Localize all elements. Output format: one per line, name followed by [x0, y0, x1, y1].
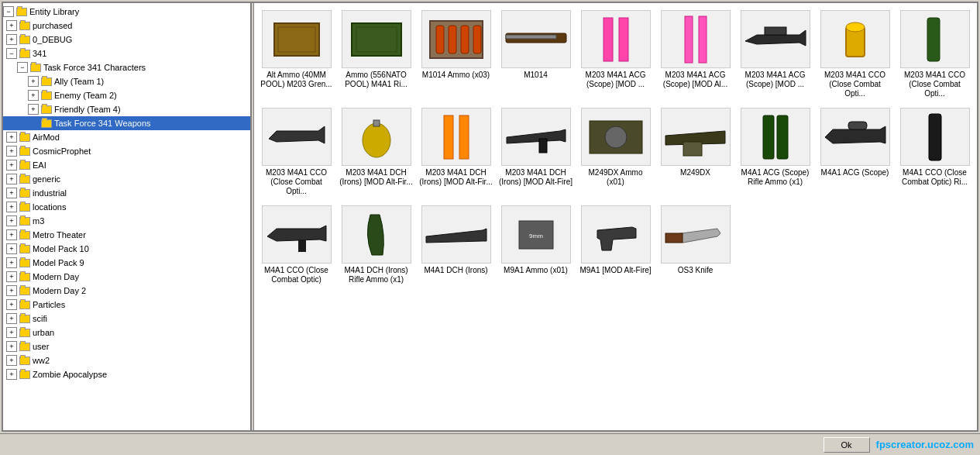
- tree-item-generic[interactable]: +generic: [3, 172, 250, 186]
- tree-item-user[interactable]: +user: [3, 340, 250, 353]
- item-cell-m1014-ammo[interactable]: M1014 Ammo (x03): [417, 6, 495, 102]
- item-image-m1014-ammo: [421, 10, 491, 68]
- tree-item-industrial[interactable]: +industrial: [3, 186, 250, 200]
- tree-toggle-scifi[interactable]: +: [6, 313, 17, 324]
- tree-item-cosmicprophet[interactable]: +CosmicProphet: [3, 144, 250, 158]
- tree-toggle-friendly-team4[interactable]: +: [28, 104, 39, 115]
- item-cell-os3-knife[interactable]: OS3 Knife: [656, 202, 734, 288]
- tree-toggle-generic[interactable]: +: [6, 174, 17, 184]
- item-cell-m203-m4a1-dch-3[interactable]: M203 M4A1 DCH (Irons) [MOD Alt-Fire]: [497, 104, 575, 200]
- tree-toggle-user[interactable]: +: [6, 341, 17, 352]
- entity-library-sidebar[interactable]: −Entity Library+purchased+0_DEBUG−341−Ta…: [3, 3, 251, 430]
- svg-rect-10: [506, 35, 556, 39]
- tree-item-modern-day[interactable]: +Modern Day: [3, 270, 250, 284]
- tree-toggle-industrial[interactable]: +: [6, 188, 17, 198]
- tree-label-airmod: AirMod: [33, 133, 60, 142]
- tree-item-scifi[interactable]: +scifi: [3, 312, 250, 326]
- tree-toggle-model-pack-10[interactable]: +: [6, 243, 17, 254]
- item-label-alt-ammo-40mm: Alt Ammo (40MM POOL) M203 Gren...: [260, 71, 333, 89]
- tree-toggle-model-pack-9[interactable]: +: [6, 257, 17, 268]
- folder-icon-locations: [19, 201, 31, 213]
- item-cell-m4a1-cco-ri[interactable]: M4A1 CCO (Close Combat Optic) Ri...: [896, 104, 974, 200]
- tree-item-eai[interactable]: +EAI: [3, 158, 250, 172]
- tree-toggle-cosmicprophet[interactable]: +: [6, 146, 17, 157]
- folder-icon-user: [19, 340, 31, 353]
- item-cell-ammo-556nato[interactable]: Ammo (556NATO POOL) M4A1 Ri...: [337, 6, 415, 102]
- item-cell-m203-m4a1-cco-1[interactable]: M203 M4A1 CCO (Close Combat Opti...: [816, 6, 894, 102]
- item-cell-m203-m4a1-dch-1[interactable]: M203 M4A1 DCH (Irons) [MOD Alt-Fir...: [337, 104, 415, 200]
- tree-item-zombie-apocalypse[interactable]: +Zombie Apocalypse: [3, 367, 250, 381]
- item-cell-m249dx-ammo[interactable]: M249DX Ammo (x01): [576, 104, 655, 200]
- tree-item-0_debug[interactable]: +0_DEBUG: [3, 33, 250, 47]
- tree-item-urban[interactable]: +urban: [3, 326, 250, 340]
- tree-toggle-entity-library[interactable]: −: [3, 6, 14, 17]
- tree-item-ally-team1[interactable]: +Ally (Team 1): [3, 74, 250, 88]
- folder-icon-task-force-341-weapons: [40, 117, 53, 129]
- tree-item-purchased[interactable]: +purchased: [3, 19, 250, 33]
- tree-toggle-modern-day-2[interactable]: +: [6, 285, 17, 296]
- tree-label-metro-theater: Metro Theater: [33, 230, 86, 240]
- item-cell-m203-m4a1-acg-scope-2[interactable]: M203 M4A1 ACG (Scope) [MOD Al...: [656, 6, 734, 102]
- item-cell-m4a1-acg[interactable]: M4A1 ACG (Scope): [816, 104, 894, 200]
- tree-toggle-m3[interactable]: +: [6, 215, 17, 226]
- tree-item-metro-theater[interactable]: +Metro Theater: [3, 228, 250, 242]
- item-cell-m9a1-mod[interactable]: M9A1 [MOD Alt-Fire]: [576, 202, 655, 288]
- tree-toggle-eai[interactable]: +: [6, 160, 17, 171]
- tree-item-modern-day-2[interactable]: +Modern Day 2: [3, 284, 250, 298]
- item-cell-m4a1-dch-irons[interactable]: M4A1 DCH (Irons): [417, 202, 495, 288]
- tree-toggle-urban[interactable]: +: [6, 327, 17, 338]
- tree-toggle-ww2[interactable]: +: [6, 355, 17, 366]
- tree-toggle-purchased[interactable]: +: [6, 20, 17, 31]
- item-label-m4a1-acg-scope: M4A1 ACG (Scope) Rifle Ammo (x1): [738, 168, 812, 187]
- tree-toggle-enemy-team2[interactable]: +: [28, 90, 39, 101]
- item-cell-m203-m4a1-dch-2[interactable]: M203 M4A1 DCH (Irons) [MOD Alt-Fir...: [417, 104, 495, 200]
- tree-item-entity-library[interactable]: −Entity Library: [3, 5, 250, 19]
- item-cell-m249dx[interactable]: M249DX: [656, 104, 734, 200]
- folder-icon-friendly-team4: [40, 103, 53, 115]
- item-cell-m9a1-ammo[interactable]: 9mmM9A1 Ammo (x01): [497, 202, 575, 288]
- folder-icon-enemy-team2: [40, 89, 53, 102]
- tree-toggle-task-force-341-chars[interactable]: −: [17, 62, 28, 73]
- ok-button[interactable]: Ok: [824, 437, 870, 453]
- tree-item-particles[interactable]: +Particles: [3, 298, 250, 312]
- tree-item-locations[interactable]: +locations: [3, 200, 250, 214]
- tree-item-task-force-341-chars[interactable]: −Task Force 341 Characters: [3, 60, 250, 74]
- tree-toggle-ally-team1[interactable]: +: [28, 76, 39, 87]
- tree-toggle-341[interactable]: −: [6, 48, 17, 59]
- svg-rect-31: [298, 240, 306, 252]
- item-cell-m203-m4a1-acg-scope-3[interactable]: M203 M4A1 ACG (Scope) [MOD ...: [736, 6, 814, 102]
- tree-item-model-pack-9[interactable]: +Model Pack 9: [3, 256, 250, 270]
- item-cell-m4a1-cco[interactable]: M4A1 CCO (Close Combat Optic): [257, 202, 335, 288]
- tree-toggle-0_debug[interactable]: +: [6, 34, 17, 45]
- svg-rect-5: [436, 26, 444, 53]
- tree-item-task-force-341-weapons[interactable]: Task Force 341 Weapons: [3, 116, 250, 130]
- svg-rect-28: [777, 115, 788, 159]
- item-cell-m1014[interactable]: M1014: [497, 6, 575, 102]
- tree-toggle-airmod[interactable]: +: [6, 132, 17, 143]
- tree-toggle-modern-day[interactable]: +: [6, 271, 17, 282]
- tree-item-airmod[interactable]: +AirMod: [3, 130, 250, 144]
- item-cell-m4a1-dch-irons-rifle[interactable]: M4A1 DCH (Irons) Rifle Ammo (x1): [337, 202, 415, 288]
- tree-toggle-particles[interactable]: +: [6, 299, 17, 310]
- item-cell-m203-m4a1-cco-2[interactable]: M203 M4A1 CCO (Close Combat Opti...: [896, 6, 974, 102]
- svg-rect-14: [699, 16, 707, 63]
- item-cell-m4a1-acg-scope[interactable]: M4A1 ACG (Scope) Rifle Ammo (x1): [736, 104, 814, 200]
- tree-item-enemy-team2[interactable]: +Enemy (Team 2): [3, 88, 250, 102]
- tree-item-341[interactable]: −341: [3, 47, 250, 60]
- item-cell-m203-m4a1-acg-scope-1[interactable]: M203 M4A1 ACG (Scope) [MOD ...: [576, 6, 655, 102]
- item-cell-alt-ammo-40mm[interactable]: Alt Ammo (40MM POOL) M203 Gren...: [257, 6, 335, 102]
- tree-label-particles: Particles: [33, 300, 65, 309]
- tree-item-ww2[interactable]: +ww2: [3, 353, 250, 367]
- tree-toggle-metro-theater[interactable]: +: [6, 229, 17, 240]
- item-image-m1014: [501, 10, 571, 68]
- tree-toggle-zombie-apocalypse[interactable]: +: [6, 369, 17, 380]
- item-image-m203-m4a1-acg-scope-1: [581, 10, 651, 68]
- tree-item-model-pack-10[interactable]: +Model Pack 10: [3, 242, 250, 256]
- tree-item-m3[interactable]: +m3: [3, 214, 250, 228]
- tree-toggle-locations[interactable]: +: [6, 202, 17, 212]
- svg-rect-29: [848, 122, 867, 129]
- svg-point-19: [363, 123, 390, 157]
- tree-item-friendly-team4[interactable]: +Friendly (Team 4): [3, 102, 250, 116]
- svg-rect-18: [927, 18, 940, 61]
- item-cell-m203-m4a1-cco-3[interactable]: M203 M4A1 CCO (Close Combat Opti...: [257, 104, 335, 200]
